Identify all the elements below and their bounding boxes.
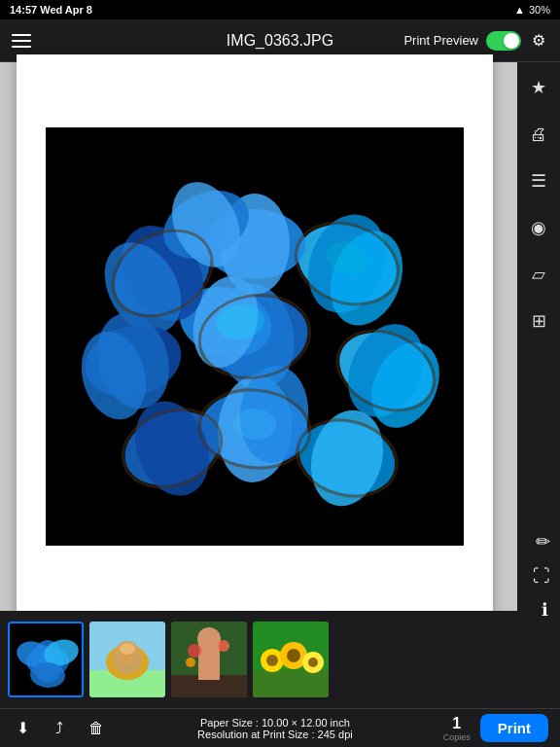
svg-point-54 (188, 644, 201, 658)
download-icon[interactable]: ⬇ (12, 718, 33, 739)
svg-point-55 (218, 640, 229, 652)
person-icon[interactable]: ◉ (525, 214, 552, 241)
print-page (17, 54, 493, 619)
svg-point-64 (308, 658, 318, 667)
paper-size-text: Paper Size : 10.00 × 12.00 inch (200, 717, 350, 729)
print-icon[interactable]: 🖨 (525, 121, 552, 148)
butterfly-svg (46, 127, 464, 546)
status-time-date: 14:57 Wed Apr 8 (10, 4, 92, 16)
thumbnail-4[interactable] (253, 622, 329, 697)
butterfly-image (46, 127, 464, 546)
print-preview-label: Print Preview (403, 33, 478, 48)
nav-left (12, 34, 31, 48)
list-icon[interactable]: ☰ (525, 167, 552, 195)
trash-icon[interactable]: 🗑 (86, 718, 107, 739)
nav-title: IMG_0363.JPG (227, 32, 333, 50)
thumb4-preview (253, 622, 329, 697)
svg-point-60 (266, 655, 278, 666)
wifi-icon: ▲ (514, 4, 525, 16)
thumb3-preview (171, 622, 247, 697)
share-icon[interactable]: ⤴ (49, 718, 70, 739)
status-indicators: ▲ 30% (514, 4, 550, 16)
svg-point-49 (120, 643, 135, 655)
main-content: ★ 🖨 ☰ ◉ ▱ ⊞ (0, 62, 560, 611)
svg-point-56 (186, 658, 195, 667)
battery-text: 30% (529, 4, 550, 16)
thumbnail-1[interactable] (8, 622, 84, 697)
print-button[interactable]: Print (480, 714, 548, 742)
copies-number: 1 (452, 715, 461, 732)
crop-icon[interactable]: ▱ (525, 261, 552, 288)
bottom-icons: ⬇ ⤴ 🗑 (12, 718, 107, 739)
status-bar: 14:57 Wed Apr 8 ▲ 30% (0, 0, 560, 19)
resolution-text: Resolution at Print Size : 245 dpi (197, 729, 353, 740)
bottom-right: 1 Copies Print (443, 714, 548, 742)
layers-icon[interactable]: ⊞ (525, 307, 552, 335)
star-icon[interactable]: ★ (525, 74, 552, 101)
preview-area (0, 62, 517, 611)
copies-label: Copies (443, 732, 471, 742)
right-sidebar: ★ 🖨 ☰ ◉ ▱ ⊞ (517, 62, 560, 611)
thumbnail-3[interactable] (171, 622, 247, 697)
thumb1-preview (10, 623, 82, 695)
svg-rect-58 (253, 670, 329, 697)
paper-info: Paper Size : 10.00 × 12.00 inch Resoluti… (197, 717, 353, 740)
pencil-icon[interactable]: ✏ (536, 531, 550, 552)
copies-box: 1 Copies (443, 715, 471, 742)
bottom-bar: ⬇ ⤴ 🗑 Paper Size : 10.00 × 12.00 inch Re… (0, 708, 560, 747)
print-preview-toggle[interactable] (486, 31, 521, 51)
thumbnail-2[interactable] (89, 622, 165, 697)
thumb2-preview (89, 622, 165, 697)
info-icon[interactable]: ℹ (542, 599, 548, 621)
svg-point-53 (197, 627, 221, 651)
svg-point-62 (287, 649, 300, 662)
settings-button[interactable]: ⚙ (529, 31, 548, 51)
nav-right: Print Preview ⚙ (403, 31, 548, 51)
expand-icon[interactable]: ⛶ (533, 566, 550, 587)
menu-button[interactable] (12, 34, 31, 48)
thumbnail-strip (0, 611, 517, 708)
